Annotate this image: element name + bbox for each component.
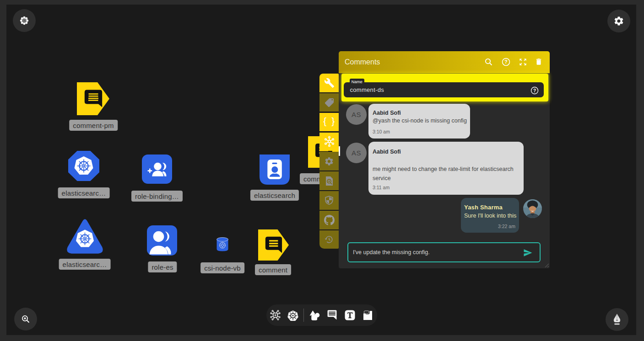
svg-text:?: ? (533, 88, 536, 93)
svg-text:?: ? (504, 59, 508, 64)
